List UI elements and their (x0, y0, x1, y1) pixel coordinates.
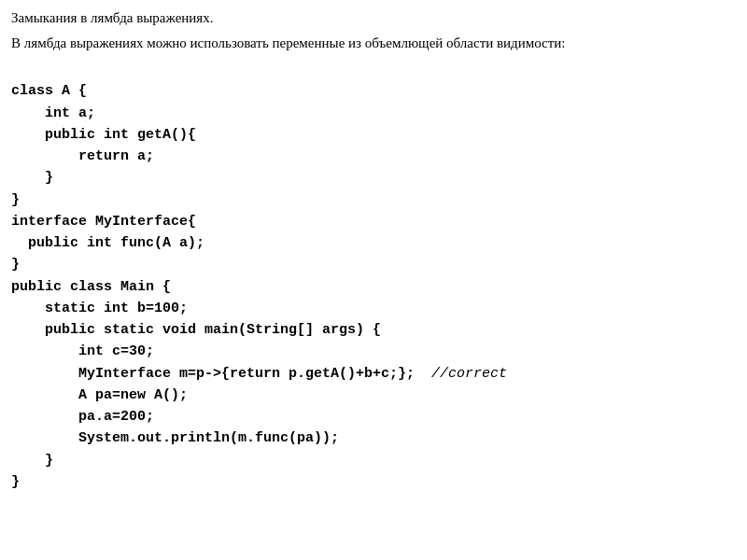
code-line-14: MyInterface m=p->{return p.getA()+b+c;};… (11, 366, 507, 382)
code-line-16: pa.a=200; (11, 409, 154, 425)
code-line-9: } (11, 257, 20, 273)
code-line-19: } (11, 474, 20, 490)
code-line-7: interface MyInterface{ (11, 214, 196, 230)
description-line1: Замыкания в лямбда выражениях. (11, 7, 736, 29)
description-area: Замыкания в лямбда выражениях. В лямбда … (11, 7, 736, 53)
code-line-12: public static void main(String[] args) { (11, 322, 381, 338)
code-line-5: } (11, 170, 53, 186)
code-block: class A { int a; public int getA(){ retu… (11, 59, 736, 493)
code-line-15: A pa=new A(); (11, 387, 188, 403)
code-line-8: public int func(A a); (11, 235, 204, 251)
code-line-3: public int getA(){ (11, 127, 196, 143)
code-line-2: int a; (11, 105, 95, 121)
code-line-1: class A { (11, 83, 87, 99)
code-line-6: } (11, 192, 20, 208)
code-line-4: return a; (11, 148, 154, 164)
code-line-10: public class Main { (11, 279, 171, 295)
code-line-18: } (11, 453, 53, 469)
description-line2: В лямбда выражениях можно использовать п… (11, 33, 736, 54)
code-line-17: System.out.println(m.func(pa)); (11, 430, 339, 446)
code-line-11: static int b=100; (11, 301, 188, 316)
code-line-13: int c=30; (11, 343, 154, 359)
